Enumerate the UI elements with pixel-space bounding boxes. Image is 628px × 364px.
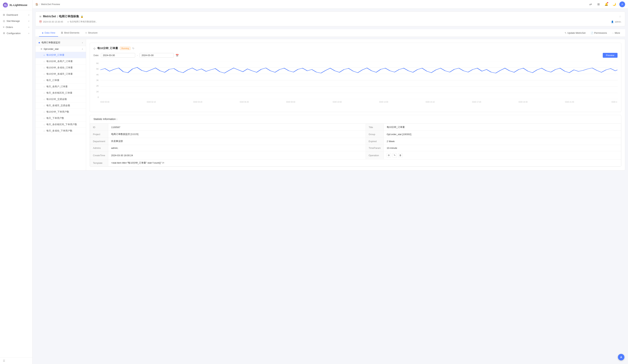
- date-from-input[interactable]: [101, 53, 135, 58]
- permissions-label: Permissions: [594, 32, 607, 34]
- value-project: 电商订单数据监控 [11115]: [108, 131, 366, 138]
- tree-group-header[interactable]: ◆ 电商订单数据监控 ∧: [36, 39, 86, 46]
- tree-item-0-label: 每10分钟_订单量: [46, 53, 65, 57]
- tab-data-view-label: Data View: [45, 31, 55, 34]
- tree-item-9[interactable]: ◇ 每10分钟_下单用户数: [36, 109, 86, 115]
- grid-icon: ⊞: [597, 2, 600, 6]
- chart-plot: [100, 61, 618, 99]
- structure-icon: ⊹: [85, 32, 87, 34]
- sidebar-label-orders: Orders: [6, 26, 13, 28]
- chevron-orders: ∨: [28, 26, 29, 28]
- table-row: Admins admin; TimeParam 10-minute: [90, 145, 621, 151]
- clock-icon: ⏰: [39, 21, 42, 23]
- tree-subgroup-chevron: ∧: [82, 48, 83, 50]
- tree-item-10[interactable]: ◇ 每天_下单用户数: [36, 115, 86, 121]
- y-label-4k: 4K: [93, 73, 100, 76]
- tree-item-6[interactable]: ◇ 每天_各价格区间_订单量: [36, 90, 86, 96]
- tree-item-7-label: 每10分钟_交易金额: [46, 98, 67, 101]
- topbar-actions: ⇄ ⊞ 🔔 🌙 A: [588, 1, 625, 7]
- date-separator: -: [137, 54, 138, 57]
- y-label-0: 0: [93, 96, 100, 98]
- breadcrumb-home-icon[interactable]: 🏠: [35, 3, 38, 5]
- label-project: Project: [90, 131, 108, 138]
- op-settings-icon[interactable]: ⚙: [387, 153, 391, 157]
- tree-item-2[interactable]: ◇ 每10分钟_各省份_订单量: [36, 65, 86, 71]
- x-label-9: 0330 19:30: [519, 101, 528, 105]
- tree-item-1[interactable]: ◇ 每10分钟_各商户_订单量: [36, 58, 86, 65]
- tree-item-8[interactable]: ◇ 每天_各城市_交易金额: [36, 102, 86, 109]
- calendar-icon[interactable]: 📅: [176, 54, 179, 57]
- user-avatar-btn[interactable]: A: [619, 1, 625, 7]
- tree-item-4[interactable]: ◇ 每天_订单量: [36, 77, 86, 83]
- tree-item-0[interactable]: ◇ 每10分钟_订单量: [36, 52, 86, 58]
- tab-structure[interactable]: ⊹ Structure: [82, 29, 100, 37]
- sidebar-toggle[interactable]: ☰: [0, 357, 32, 364]
- refresh-icon[interactable]: ↻: [132, 47, 134, 50]
- x-label-6: 0330 13:00: [379, 101, 388, 105]
- table-row: Project 电商订单数据监控 [11115] Group Gjd:order…: [90, 131, 621, 138]
- notification-btn[interactable]: 🔔: [604, 1, 609, 7]
- tree-item-12[interactable]: ◇ 每天_各省份_下单用户数: [36, 128, 86, 134]
- chart-svg: [100, 61, 618, 99]
- floating-avatar-initial: A: [620, 356, 622, 359]
- tree-item-4-label: 每天_订单量: [46, 79, 59, 82]
- star-icon[interactable]: ☆: [619, 15, 621, 18]
- label-group: Group: [366, 131, 384, 138]
- breadcrumb-page: MetricSet Preview: [41, 3, 60, 5]
- update-metricset-btn[interactable]: ✎ Update MetricSet: [563, 31, 587, 35]
- operation-icons: ⚙ ✎ 🗑: [387, 153, 618, 157]
- label-operation: Operation: [366, 151, 384, 159]
- tab-bind-elements-label: Bind Elements: [64, 31, 79, 34]
- stat-manage-icon: ◎: [3, 19, 5, 22]
- date-to-input[interactable]: [140, 53, 174, 58]
- sidebar-item-orders[interactable]: ≡ Orders ∨: [0, 24, 32, 30]
- label-department: Department: [90, 138, 108, 145]
- tree-item-11[interactable]: ◇ 每天_各价格区间_下单用户数: [36, 121, 86, 128]
- moon-icon: 🌙: [613, 2, 616, 6]
- op-delete-icon[interactable]: 🗑: [398, 153, 403, 157]
- data-view-icon: ◈: [42, 32, 44, 34]
- permissions-btn[interactable]: 📄 Permissions: [589, 31, 609, 35]
- topbar: 🏠 / MetricSet Preview ⇄ ⊞ 🔔 🌙 A: [32, 0, 628, 9]
- logo-icon: XL: [3, 2, 8, 7]
- chart-y-labels: 6K 5K 4K 3K 2K 1K 0: [93, 61, 100, 99]
- metricset-header: ≋ MetricSet：电商订单指标集 🔒 ☆: [39, 15, 621, 18]
- desc-icon: ≡: [67, 21, 69, 23]
- tree-item-5[interactable]: ◇ 每天_各商户_订单量: [36, 83, 86, 90]
- label-admins: Admins: [90, 145, 108, 151]
- theme-btn[interactable]: 🌙: [611, 1, 617, 7]
- sidebar-item-dashboard[interactable]: ⊞ Dashboard ∨: [0, 12, 32, 18]
- op-edit-icon[interactable]: ✎: [392, 153, 397, 157]
- tree-item-1-label: 每10分钟_各商户_订单量: [46, 60, 73, 63]
- tab-actions: ✎ Update MetricSet 📄 Permissions ··· Mor…: [563, 31, 622, 35]
- x-label-10: 0330 21:40: [565, 101, 574, 105]
- grid-btn[interactable]: ⊞: [596, 1, 601, 7]
- chart-content-area: ◇ 每10分钟_订单量 Running ↻ Date: - 📅 Preview: [86, 39, 625, 170]
- tree-item-7[interactable]: ◇ 每10分钟_交易金额: [36, 96, 86, 102]
- tree-item-1-icon: ◇: [44, 61, 45, 62]
- value-department: 外卖事业部: [108, 138, 366, 145]
- value-operation: ⚙ ✎ 🗑: [384, 151, 621, 159]
- more-btn[interactable]: ··· More: [611, 31, 622, 35]
- tab-bind-elements[interactable]: ⛓ Bind Elements: [58, 29, 82, 37]
- y-label-1k: 1K: [93, 90, 100, 93]
- floating-avatar[interactable]: A: [618, 354, 625, 361]
- translate-icon: ⇄: [589, 2, 592, 6]
- tree-item-3[interactable]: ◇ 每10分钟_各城市_订单量: [36, 71, 86, 77]
- chart-x-labels: 0330 00:00 0330 02:10 0330 04:20 0330 06…: [100, 101, 618, 105]
- tree-subgroup-header[interactable]: ⊞ Gjd:order_stat ∧: [36, 46, 86, 52]
- tree-item-4-icon: ◇: [44, 79, 45, 81]
- sidebar-item-configuration[interactable]: ⚙ Configuration ∨: [0, 30, 32, 36]
- tree-item-10-icon: ◇: [44, 117, 45, 119]
- preview-button[interactable]: Preview: [603, 53, 618, 58]
- translate-btn[interactable]: ⇄: [588, 1, 593, 7]
- value-template: <stat-item title="每10分钟_订单量" stat="count…: [108, 159, 621, 166]
- value-expired: 2 Week: [384, 138, 621, 145]
- x-label-3: 0330 06:30: [240, 101, 249, 105]
- table-row: Department 外卖事业部 Expired 2 Week: [90, 138, 621, 145]
- sidebar-item-stat-manage[interactable]: ◎ Stat Manage ∨: [0, 18, 32, 24]
- value-title: 每10分钟_订单量: [384, 124, 621, 131]
- toggle-icon: ☰: [3, 359, 5, 362]
- tab-data-view[interactable]: ◈ Data View: [39, 29, 58, 37]
- value-createtime: 2024-03-30 18:00:24: [108, 151, 366, 159]
